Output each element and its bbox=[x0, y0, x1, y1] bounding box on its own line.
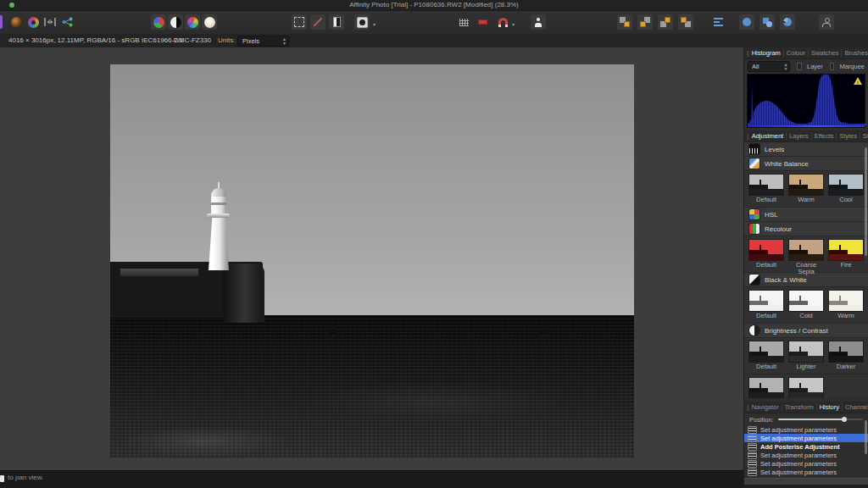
layer-checkbox[interactable] bbox=[797, 63, 802, 70]
document-canvas[interactable] bbox=[0, 47, 744, 471]
position-label: Position: bbox=[749, 416, 774, 424]
preset-thumbnail[interactable]: Warm bbox=[828, 290, 864, 323]
adjustment-step-icon bbox=[748, 452, 757, 459]
geometry-add-icon[interactable] bbox=[739, 14, 754, 30]
order-back-icon[interactable] bbox=[617, 14, 632, 30]
tab-colour[interactable]: Colour bbox=[783, 49, 808, 57]
split-view-icon[interactable] bbox=[329, 14, 344, 30]
history-item-selected[interactable]: Set adjustment parameters bbox=[744, 434, 868, 442]
document-info: 4016 × 3016px, 12.11MP, RGBA/16 - sRGB I… bbox=[8, 34, 183, 47]
preset-thumbnail[interactable]: Coarse Sepia bbox=[788, 239, 824, 272]
snapping-dropdown-caret[interactable]: ▾ bbox=[512, 21, 515, 27]
auto-colour-icon[interactable] bbox=[185, 14, 200, 30]
panel-grip-icon[interactable]: || bbox=[747, 133, 748, 139]
snapping-magnet-icon[interactable] bbox=[495, 14, 510, 30]
no-snapping-icon[interactable] bbox=[310, 14, 326, 30]
adjustment-step-icon bbox=[748, 426, 757, 434]
order-forward-icon[interactable] bbox=[658, 14, 673, 30]
histogram-display bbox=[747, 74, 865, 128]
liquify-persona-icon[interactable] bbox=[25, 14, 41, 30]
tab-effects[interactable]: Effects bbox=[811, 132, 837, 140]
order-backward-icon[interactable] bbox=[637, 14, 653, 30]
tab-channels[interactable]: Channels bbox=[842, 403, 868, 411]
adjustment-list: Levels White Balance Default Warm Cool bbox=[744, 142, 868, 402]
geometry-divide-icon[interactable] bbox=[780, 14, 795, 30]
histogram-baseline bbox=[748, 125, 865, 127]
geometry-subtract-icon[interactable] bbox=[760, 14, 775, 30]
preset-thumbnail[interactable]: Default bbox=[748, 174, 784, 207]
adjustment-label: Levels bbox=[765, 146, 784, 153]
panel-resize-handle[interactable] bbox=[744, 478, 868, 485]
preset-thumbnail[interactable]: Cool bbox=[828, 174, 864, 207]
recolour-presets: Default Coarse Sepia Fire bbox=[744, 236, 868, 273]
preset-thumbnail[interactable] bbox=[748, 377, 784, 398]
account-icon[interactable] bbox=[819, 14, 834, 30]
adjustment-scrollbar[interactable] bbox=[865, 147, 867, 256]
history-item[interactable]: Add Posterise Adjustment bbox=[744, 442, 868, 451]
preset-thumbnail[interactable]: Default bbox=[748, 290, 784, 323]
preset-thumbnail[interactable]: Fire bbox=[828, 239, 864, 272]
history-item[interactable]: Set adjustment parameters bbox=[744, 459, 868, 468]
adjustment-recolour[interactable]: Recolour bbox=[744, 222, 868, 236]
history-tab-bar: || Navigator Transform History Channels … bbox=[744, 402, 868, 413]
photo-lighthouse-scene[interactable] bbox=[110, 64, 634, 458]
tab-transform[interactable]: Transform bbox=[782, 403, 816, 411]
partial-presets-row bbox=[744, 374, 868, 398]
preset-label: Default bbox=[748, 363, 784, 370]
position-slider-knob[interactable] bbox=[842, 417, 847, 422]
tab-navigator[interactable]: Navigator bbox=[749, 403, 782, 411]
camera-model: DMC-FZ330 bbox=[174, 34, 211, 47]
auto-white-balance-icon[interactable] bbox=[202, 14, 217, 30]
window-title: Affinity Photo [Trial] - P1080636.RW2 [M… bbox=[0, 0, 868, 10]
preset-thumbnail[interactable]: Cold bbox=[788, 290, 824, 323]
tab-layers[interactable]: Layers bbox=[786, 132, 811, 140]
adjustment-brightness-contrast[interactable]: Brightness / Contrast bbox=[744, 324, 868, 338]
studio-tab-bar: || Adjustment Layers Effects Styles Stoc… bbox=[744, 130, 868, 142]
panel-grip-icon[interactable]: || bbox=[747, 50, 748, 56]
preset-thumbnail[interactable]: Darker bbox=[828, 341, 864, 374]
panel-grip-icon[interactable]: || bbox=[747, 404, 748, 410]
preset-thumbnail[interactable] bbox=[788, 377, 824, 398]
history-item-label: Set adjustment parameters bbox=[760, 460, 837, 468]
adjustment-black-white[interactable]: Black & White bbox=[744, 273, 868, 287]
position-slider[interactable] bbox=[778, 419, 863, 420]
auto-levels-icon[interactable] bbox=[151, 14, 166, 30]
develop-persona-icon[interactable] bbox=[42, 14, 58, 30]
assistant-icon[interactable] bbox=[531, 14, 546, 30]
photo-persona-icon[interactable] bbox=[8, 14, 24, 30]
history-scrollbar[interactable] bbox=[865, 420, 867, 454]
preset-thumbnail[interactable]: Default bbox=[748, 341, 784, 374]
mask-dropdown-caret[interactable]: ▾ bbox=[373, 21, 376, 27]
tab-adjustment[interactable]: Adjustment bbox=[749, 132, 787, 140]
adjustment-hsl[interactable]: HSL bbox=[744, 208, 868, 222]
tab-stock[interactable]: Stock bbox=[860, 132, 868, 140]
history-item[interactable]: Set adjustment parameters bbox=[744, 468, 868, 476]
adjustment-white-balance[interactable]: White Balance bbox=[744, 157, 868, 171]
preset-thumbnail[interactable]: Default bbox=[748, 239, 784, 272]
history-item[interactable]: Set adjustment parameters bbox=[744, 425, 868, 434]
marquee-checkbox[interactable] bbox=[830, 63, 835, 70]
preset-thumbnail[interactable]: Warm bbox=[788, 174, 824, 207]
tab-histogram[interactable]: Histogram bbox=[749, 49, 783, 57]
tab-history[interactable]: History bbox=[816, 403, 842, 411]
tab-swatches[interactable]: Swatches bbox=[808, 49, 842, 57]
sea bbox=[110, 315, 634, 458]
tab-styles[interactable]: Styles bbox=[836, 132, 859, 140]
status-bar: to pan view. bbox=[0, 470, 744, 488]
adjustment-levels[interactable]: Levels bbox=[744, 142, 868, 157]
histogram-bar-texture bbox=[748, 75, 865, 127]
mask-icon[interactable] bbox=[354, 14, 370, 30]
export-persona-icon[interactable] bbox=[59, 14, 75, 30]
selection-marquee-icon[interactable] bbox=[292, 14, 307, 30]
history-item[interactable]: Set adjustment parameters bbox=[744, 451, 868, 459]
tab-brushes[interactable]: Brushes bbox=[841, 49, 868, 57]
units-select[interactable]: Pixels ▲▼ bbox=[237, 36, 289, 47]
red-toggle-icon[interactable] bbox=[475, 14, 490, 30]
preset-thumbnail[interactable]: Lighter bbox=[788, 341, 824, 374]
alignment-icon[interactable] bbox=[710, 14, 726, 30]
channel-select[interactable]: All Channels ▲▼ bbox=[748, 61, 790, 72]
lighthouse-balcony bbox=[207, 214, 230, 218]
auto-contrast-icon[interactable] bbox=[168, 14, 183, 30]
order-front-icon[interactable] bbox=[678, 14, 693, 30]
pixel-grid-icon[interactable] bbox=[456, 14, 471, 30]
